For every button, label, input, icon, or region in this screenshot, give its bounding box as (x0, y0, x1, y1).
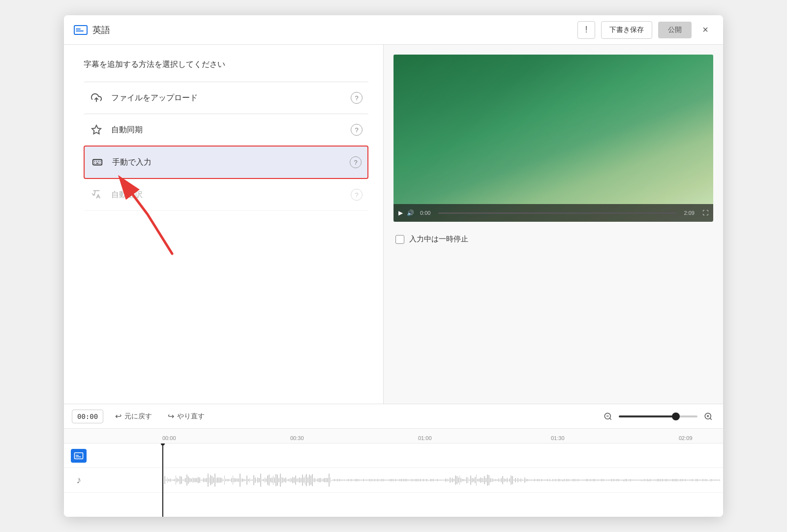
translate-icon (90, 188, 103, 202)
svg-rect-1 (76, 29, 81, 30)
svg-rect-20 (74, 452, 83, 458)
auto-sync-icon (90, 123, 103, 137)
svg-rect-0 (74, 26, 87, 34)
right-panel: ▶ 🔊 0:00 2:09 ⛶ 入力中は一時停止 (384, 45, 723, 404)
subtitle-track-row[interactable] (162, 443, 723, 468)
redo-button[interactable]: ↪ やり直す (164, 410, 209, 423)
upload-icon (90, 91, 103, 105)
zoom-out-icon[interactable] (601, 410, 615, 423)
app-title: 英語 (92, 24, 110, 36)
time-display: 00:00 (72, 410, 103, 423)
option-manual[interactable]: 手動で入力 ? (84, 146, 368, 179)
auto-translate-help: ? (351, 189, 363, 201)
auto-sync-label: 自動同期 (111, 125, 351, 135)
timeline-tracks: ♪ (64, 443, 723, 517)
ruler-mark-3: 01:30 (551, 435, 565, 441)
timeline-ruler: 00:00 00:30 01:00 01:30 02:09 (64, 429, 723, 443)
ruler-mark-2: 01:00 (418, 435, 432, 441)
svg-rect-2 (76, 30, 84, 31)
options-wrapper: ファイルをアップロード ? 自動同期 ? (84, 82, 368, 211)
left-panel: 字幕を追加する方法を選択してください ファイルをアップロード (64, 45, 384, 404)
save-draft-button[interactable]: 下書き保存 (601, 21, 652, 39)
upload-label: ファイルをアップロード (111, 93, 351, 103)
audio-track-label: ♪ (64, 468, 162, 493)
audio-track-row (162, 468, 723, 493)
video-duration-label: 2:09 (684, 210, 695, 216)
ruler-mark-1: 00:30 (290, 435, 304, 441)
svg-rect-4 (93, 160, 102, 165)
ruler-mark-4: 02:09 (679, 435, 693, 441)
option-auto-sync[interactable]: 自動同期 ? (84, 114, 368, 146)
video-preview: ▶ 🔊 0:00 2:09 ⛶ (394, 55, 713, 222)
svg-line-19 (710, 418, 711, 419)
publish-button[interactable]: 公開 (658, 22, 692, 38)
subtitle-track-label (64, 443, 162, 468)
volume-button[interactable]: 🔊 (407, 209, 414, 216)
playhead-line (162, 443, 163, 517)
undo-label: 元に戻す (124, 412, 152, 421)
ruler-mark-0: 00:00 (162, 435, 176, 441)
section-title: 字幕を追加する方法を選択してください (84, 59, 368, 70)
auto-sync-help[interactable]: ? (351, 124, 363, 136)
main-content: 字幕を追加する方法を選択してください ファイルをアップロード (64, 45, 723, 404)
keyboard-icon (91, 155, 104, 169)
option-auto-translate: 自動翻訳 ? (84, 179, 368, 211)
svg-line-15 (609, 418, 611, 419)
zoom-in-icon[interactable] (701, 410, 715, 423)
video-controls-bar: ▶ 🔊 0:00 2:09 ⛶ (394, 204, 713, 222)
play-button[interactable]: ▶ (398, 209, 403, 216)
fullscreen-button[interactable]: ⛶ (702, 209, 708, 216)
video-progress-bar[interactable] (438, 212, 676, 214)
subtitle-icon (74, 25, 88, 35)
timeline-section: 00:00 ↩ 元に戻す ↪ やり直す (64, 404, 723, 517)
zoom-controls (601, 410, 715, 423)
timeline-toolbar: 00:00 ↩ 元に戻す ↪ やり直す (64, 404, 723, 429)
zoom-slider[interactable] (619, 415, 697, 417)
upload-help[interactable]: ? (351, 92, 363, 104)
option-list: ファイルをアップロード ? 自動同期 ? (84, 82, 368, 211)
subtitle-track-icon (71, 449, 87, 463)
svg-rect-22 (76, 456, 81, 457)
alert-button[interactable]: ! (577, 21, 595, 39)
header-logo: 英語 (74, 24, 577, 36)
audio-track-icon: ♪ (71, 473, 87, 487)
pause-label: 入力中は一時停止 (409, 235, 468, 244)
redo-label: やり直す (177, 412, 205, 421)
undo-button[interactable]: ↩ 元に戻す (111, 410, 156, 423)
auto-translate-label: 自動翻訳 (111, 190, 351, 200)
undo-icon: ↩ (115, 412, 121, 421)
video-time-label: 0:00 (420, 210, 430, 216)
redo-icon: ↪ (168, 412, 174, 421)
audio-waveform (162, 468, 723, 492)
pause-checkbox[interactable] (395, 235, 404, 244)
svg-rect-21 (76, 455, 79, 456)
manual-label: 手動で入力 (112, 157, 350, 168)
manual-help[interactable]: ? (350, 156, 362, 168)
track-content (162, 443, 723, 517)
header-actions: ! 下書き保存 公開 × (577, 21, 713, 39)
track-labels: ♪ (64, 443, 162, 517)
pause-option: 入力中は一時停止 (394, 230, 713, 249)
option-upload[interactable]: ファイルをアップロード ? (84, 82, 368, 114)
header: 英語 ! 下書き保存 公開 × (64, 15, 723, 45)
close-button[interactable]: × (697, 22, 713, 38)
app-window: 英語 ! 下書き保存 公開 × 字幕を追加する方法を選択してください (64, 15, 723, 517)
